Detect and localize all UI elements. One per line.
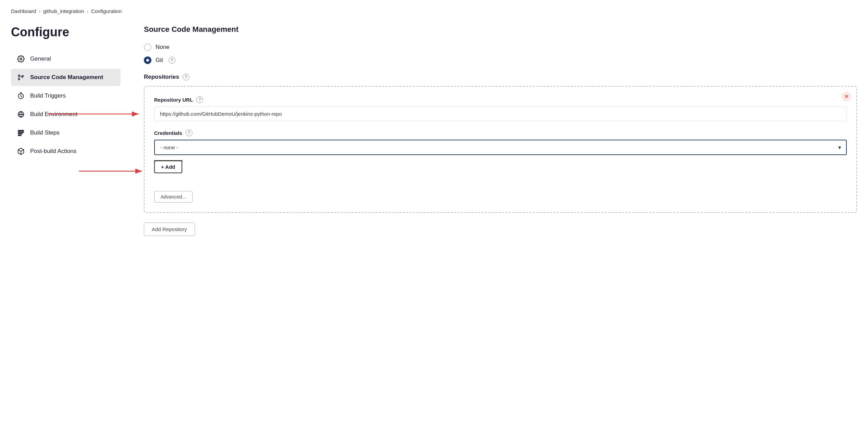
sidebar-item-build-triggers[interactable]: Build Triggers	[11, 87, 121, 104]
breadcrumb-sep-2: ›	[87, 9, 88, 14]
radio-none-circle[interactable]	[144, 43, 151, 51]
sidebar-item-post-build[interactable]: Post-build Actions	[11, 143, 121, 160]
svg-rect-6	[18, 130, 24, 131]
sidebar-item-build-steps[interactable]: Build Steps	[11, 124, 121, 141]
radio-git-circle[interactable]	[144, 56, 151, 64]
scm-radio-group: None Git ?	[144, 43, 857, 64]
radio-none-label: None	[156, 44, 170, 51]
sidebar-item-build-environment[interactable]: Build Environment	[11, 106, 121, 123]
credentials-section: Credentials ? - none - ▼	[154, 129, 847, 181]
repo-url-help-icon[interactable]: ?	[196, 96, 203, 103]
advanced-section: Advanced...	[154, 191, 847, 203]
sidebar-nav: General Source Code Management Build Tri…	[11, 50, 121, 160]
sidebar-item-general[interactable]: General	[11, 50, 121, 67]
clock-icon	[16, 91, 25, 100]
sidebar: Configure General Source Code Management	[11, 25, 127, 236]
sidebar-item-label-triggers: Build Triggers	[30, 92, 66, 99]
credentials-label: Credentials ?	[154, 129, 847, 136]
sidebar-item-label-general: General	[30, 55, 51, 62]
radio-none[interactable]: None	[144, 43, 857, 51]
main-content: Source Code Management None Git ? Reposi…	[127, 25, 857, 236]
box-icon	[16, 147, 25, 156]
credentials-select-wrapper: - none - ▼	[154, 140, 847, 155]
add-credentials-button[interactable]: + Add	[154, 161, 182, 173]
credentials-help-icon[interactable]: ?	[186, 129, 193, 136]
advanced-button[interactable]: Advanced...	[154, 191, 193, 203]
svg-rect-7	[18, 132, 24, 132]
svg-rect-8	[18, 134, 23, 134]
radio-git-label: Git	[156, 57, 163, 64]
add-repository-button[interactable]: Add Repository	[144, 222, 195, 236]
svg-point-0	[20, 58, 22, 60]
sidebar-item-label-env: Build Environment	[30, 111, 77, 118]
svg-point-2	[18, 79, 20, 80]
git-help-icon[interactable]: ?	[169, 57, 175, 64]
sidebar-item-source-code-management[interactable]: Source Code Management	[11, 69, 121, 86]
repo-url-label: Repository URL ?	[154, 96, 847, 103]
list-icon	[16, 128, 25, 137]
svg-point-3	[22, 76, 24, 77]
close-repo-button[interactable]: ✕	[842, 92, 851, 101]
sidebar-item-label-postbuild: Post-build Actions	[30, 148, 76, 155]
section-title: Source Code Management	[144, 25, 857, 34]
repo-url-input[interactable]	[154, 106, 847, 121]
branch-icon	[16, 73, 25, 82]
svg-rect-9	[18, 135, 21, 136]
sidebar-item-label-scm: Source Code Management	[30, 74, 103, 81]
gear-icon	[16, 54, 25, 63]
breadcrumb: Dashboard › github_integration › Configu…	[11, 8, 857, 14]
breadcrumb-github[interactable]: github_integration	[43, 8, 84, 14]
radio-git[interactable]: Git ?	[144, 56, 857, 64]
breadcrumb-sep-1: ›	[39, 9, 40, 14]
globe-icon	[16, 110, 25, 119]
sidebar-item-label-steps: Build Steps	[30, 129, 60, 136]
breadcrumb-config: Configuration	[91, 8, 122, 14]
sidebar-title: Configure	[11, 25, 121, 39]
repositories-help-icon[interactable]: ?	[183, 74, 189, 80]
credentials-select[interactable]: - none -	[154, 140, 847, 155]
repository-box: ✕ Repository URL ?	[144, 86, 857, 213]
repositories-label: Repositories ?	[144, 74, 857, 80]
breadcrumb-dashboard[interactable]: Dashboard	[11, 8, 36, 14]
add-button-container: + Add	[154, 161, 182, 181]
repo-url-input-container	[154, 106, 847, 121]
